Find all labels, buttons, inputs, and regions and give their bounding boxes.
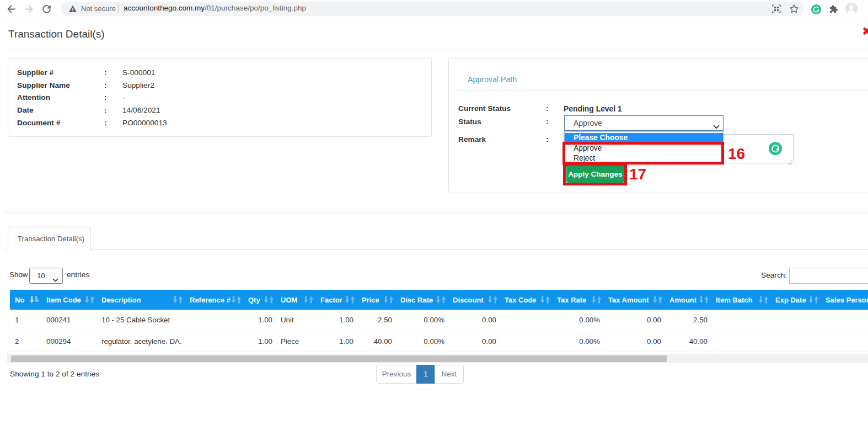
sort-icon[interactable] [759, 296, 768, 305]
apply-changes-button[interactable]: Apply Changes [566, 166, 624, 183]
address-bar[interactable]: Not secure accountonthego.com.my/01/purc… [61, 2, 804, 16]
column-header-amount[interactable]: Amount [665, 290, 711, 310]
column-header-tax-code[interactable]: Tax Code [500, 290, 552, 310]
table-cell: 000294 [41, 331, 97, 352]
resize-handle[interactable] [787, 157, 792, 162]
table-head: NoItem CodeDescriptionReference #QtyUOMF… [10, 290, 868, 310]
table-cell: 000241 [41, 310, 97, 331]
status-select[interactable]: Approve [564, 115, 724, 131]
table-cell [500, 331, 552, 352]
table-cell: 1 [10, 310, 41, 331]
column-header-qty[interactable]: Qty [243, 290, 276, 310]
tab-label: Transaction Detail(s) [18, 235, 84, 243]
supplier-info-row: Date:14/06/2021 [8, 104, 431, 117]
forward-icon[interactable] [23, 3, 35, 15]
sort-icon[interactable] [699, 296, 709, 305]
info-label: Attention [17, 92, 50, 104]
page-size-select[interactable]: 10 [29, 268, 63, 284]
column-header-reference-[interactable]: Reference # [185, 290, 243, 310]
sort-asc-icon[interactable] [30, 296, 39, 305]
table-cell: 0.00 [603, 331, 665, 352]
profile-avatar[interactable] [845, 3, 858, 15]
sort-icon[interactable] [592, 296, 601, 305]
sort-icon[interactable] [809, 296, 818, 305]
grammarly-extension-icon[interactable] [811, 4, 821, 14]
column-header-price[interactable]: Price [357, 290, 395, 310]
column-header-tax-amount[interactable]: Tax Amount [603, 290, 665, 310]
grammarly-icon[interactable] [769, 142, 782, 155]
tabbar-line [4, 249, 868, 250]
column-header-no[interactable]: No [10, 290, 41, 310]
column-header-description[interactable]: Description [97, 290, 185, 310]
table-cell: 0.00 [448, 331, 500, 352]
pagination-previous-button[interactable]: Previous [376, 365, 417, 384]
sort-icon[interactable] [345, 296, 355, 305]
column-header-item-batch[interactable]: Item Batch [711, 290, 770, 310]
current-status-value: Pending Level 1 [564, 104, 622, 113]
page-size-value: 10 [37, 272, 45, 280]
table-header-row: NoItem CodeDescriptionReference #QtyUOMF… [10, 290, 868, 310]
chevron-down-icon [52, 274, 58, 284]
column-header-disc-rate[interactable]: Disc Rate [395, 290, 448, 310]
qr-code-icon[interactable] [771, 4, 781, 16]
sort-icon[interactable] [304, 296, 313, 305]
tab-transaction-details[interactable]: Transaction Detail(s) [8, 227, 91, 250]
security-label[interactable]: Not secure [81, 4, 116, 13]
sort-icon[interactable] [264, 296, 274, 305]
table-cell: 1.00 [315, 331, 357, 352]
horizontal-scrollbar-track[interactable] [7, 354, 868, 363]
table-cell: 0.00 [603, 310, 665, 331]
close-icon[interactable]: ✖ [862, 25, 868, 38]
sort-icon[interactable] [540, 296, 550, 305]
sort-icon[interactable] [384, 296, 393, 305]
table-cell: 1.00 [243, 310, 276, 331]
search-label: Search: [761, 271, 787, 279]
not-secure-warning-icon[interactable] [68, 4, 77, 15]
sort-icon[interactable] [488, 296, 497, 305]
info-label: Supplier # [17, 67, 53, 79]
table-cell: 1.00 [315, 310, 357, 331]
table-cell: Unit [276, 310, 315, 331]
info-label: Date [17, 104, 34, 117]
extensions-puzzle-icon[interactable] [829, 4, 838, 16]
column-header-item-code[interactable]: Item Code [41, 290, 97, 310]
sort-icon[interactable] [232, 296, 241, 305]
info-separator: : [104, 79, 107, 92]
info-separator: : [104, 92, 107, 104]
current-status-separator: : [546, 104, 549, 113]
info-value: Supplier2 [122, 79, 154, 92]
title-divider [4, 49, 868, 49]
status-separator: : [546, 118, 549, 126]
table-cell [770, 331, 821, 352]
column-header-sales-person[interactable]: Sales Person [821, 290, 868, 310]
horizontal-scrollbar-thumb[interactable] [11, 355, 667, 362]
info-separator: : [104, 117, 107, 130]
sort-icon[interactable] [85, 296, 94, 305]
sort-icon[interactable] [653, 296, 662, 305]
column-header-discount[interactable]: Discount [448, 290, 500, 310]
pagination-page-1-button[interactable]: 1 [416, 365, 435, 384]
column-header-exp-date[interactable]: Exp Date [770, 290, 821, 310]
url-text[interactable]: accountonthego.com.my/01/purchase/po/po_… [124, 4, 306, 12]
table-cell: 0.00% [552, 331, 603, 352]
approval-path-panel: Approval Path Current Status : Pending L… [448, 58, 868, 193]
sort-icon[interactable] [436, 296, 446, 305]
show-label: Show [9, 270, 28, 279]
sort-icon[interactable] [173, 296, 183, 305]
table-cell: regulator. acetylene. DA. [97, 331, 185, 352]
annotation-box-16 [562, 142, 724, 164]
supplier-info-row: Document #:PO00000013 [8, 117, 431, 130]
reload-icon[interactable] [41, 3, 52, 15]
pagination-next-button[interactable]: Next [435, 365, 464, 384]
approval-path-title[interactable]: Approval Path [468, 75, 517, 84]
column-header-uom[interactable]: UOM [276, 290, 315, 310]
table-cell: Piece [276, 331, 315, 352]
table-cell [711, 331, 770, 352]
back-icon[interactable] [6, 3, 17, 15]
search-input[interactable] [789, 268, 868, 284]
column-header-tax-rate[interactable]: Tax Rate [552, 290, 603, 310]
column-header-factor[interactable]: Factor [315, 290, 357, 310]
table-cell [500, 310, 552, 331]
table-cell: 2 [10, 331, 41, 352]
bookmark-star-icon[interactable] [789, 4, 799, 16]
